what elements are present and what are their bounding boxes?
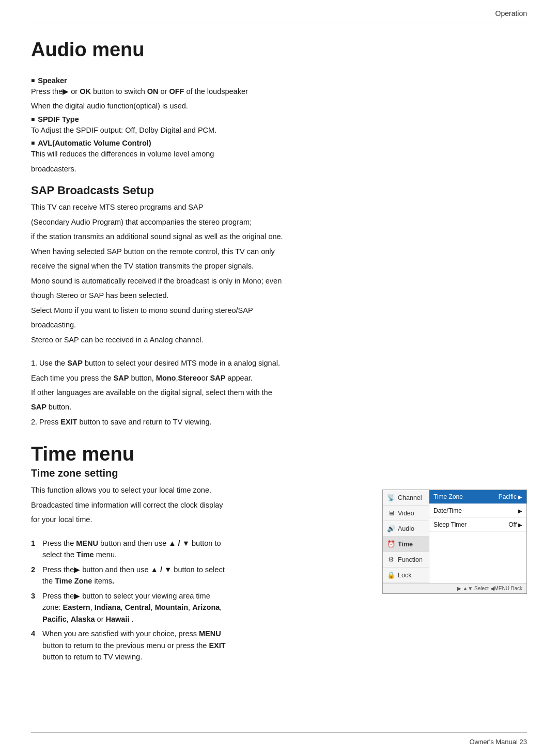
time-label: Time <box>398 541 413 548</box>
sap-step1d: SAP button. <box>31 401 527 413</box>
avl-text1: This will reduces the differences in vol… <box>31 148 527 160</box>
menu-row-sleep: Sleep Timer Off ▶ <box>429 518 526 532</box>
tz-step2: 2 Press the▶ button and then use ▲ / ▼ b… <box>31 564 367 587</box>
menu-item-channel: 📡 Channel <box>383 490 429 506</box>
tz-intro2: Broadcasted time information will correc… <box>31 499 367 511</box>
sap-p8: Select Mono if you want to listen to mon… <box>31 305 527 316</box>
sap-p10: Stereo or SAP can be received in a Analo… <box>31 334 527 345</box>
function-icon: ⚙ <box>387 556 395 563</box>
sleep-value: Off ▶ <box>508 521 522 528</box>
spdif-label: SPDIF Type <box>31 115 527 123</box>
lock-label: Lock <box>398 572 411 579</box>
timezone-value: Pacific ▶ <box>499 493 522 500</box>
menu-item-time: ⏰ Time <box>383 537 429 552</box>
menu-item-video: 🖥 Video <box>383 506 429 521</box>
sap-p2: (Secondary Audio Program) that accompani… <box>31 216 527 228</box>
step4-content: When you are satisfied with your choice,… <box>42 628 226 663</box>
sap-p7: though Stereo or SAP has been selected. <box>31 290 527 301</box>
tz-intro3: for your local time. <box>31 514 367 525</box>
step3-content: Press the▶ button to select your viewing… <box>42 590 222 625</box>
avl-label: AVL(Automatic Volume Control) <box>31 139 527 147</box>
channel-label: Channel <box>398 494 422 501</box>
datetime-arrow: ▶ <box>518 508 522 514</box>
sap-p9: broadcasting. <box>31 319 527 330</box>
menu-content: Time Zone Pacific ▶ Date/Time ▶ Sleep Ti… <box>429 490 526 583</box>
datetime-value: ▶ <box>518 508 522 514</box>
tz-step1: 1 Press the MENU button and then use ▲ /… <box>31 538 367 561</box>
step2-num: 2 <box>31 564 38 587</box>
sleep-label: Sleep Timer <box>433 521 467 528</box>
sap-p5: receive the signal when the TV station t… <box>31 260 527 272</box>
menu-row-datetime: Date/Time ▶ <box>429 504 526 518</box>
channel-icon: 📡 <box>387 494 395 501</box>
footer-right: Owner's Manual 23 <box>469 738 527 746</box>
time-zone-text: This function allows you to select your … <box>31 484 367 666</box>
spdif-text: To Adjust the SPDIF output: Off, Dolby D… <box>31 124 527 136</box>
timezone-arrow: ▶ <box>518 494 522 500</box>
time-zone-subtitle: Time zone setting <box>31 467 527 479</box>
datetime-label: Date/Time <box>433 507 462 514</box>
menu-sidebar: 📡 Channel 🖥 Video 🔊 Audio ⏰ Time <box>383 490 429 583</box>
speaker-text1: Press the▶ or OK button to switch ON or … <box>31 86 527 97</box>
step3-num: 3 <box>31 590 38 625</box>
header-bar: Operation <box>31 0 527 23</box>
audio-label: Audio <box>398 525 414 532</box>
section-title: Operation <box>495 9 527 18</box>
sap-title: SAP Broadcasts Setup <box>31 184 527 197</box>
menu-mockup: 📡 Channel 🖥 Video 🔊 Audio ⏰ Time <box>382 490 527 594</box>
sap-step2: 2. Press EXIT button to save and return … <box>31 416 527 428</box>
audio-menu-title: Audio menu <box>31 39 527 61</box>
menu-row-timezone: Time Zone Pacific ▶ <box>429 490 526 504</box>
sap-p3: if the station transmits an additional s… <box>31 231 527 242</box>
menu-inner: 📡 Channel 🖥 Video 🔊 Audio ⏰ Time <box>383 490 526 583</box>
menu-item-function: ⚙ Function <box>383 552 429 568</box>
menu-item-audio: 🔊 Audio <box>383 521 429 537</box>
sap-p6: Mono sound is automatically received if … <box>31 275 527 287</box>
sap-step1: 1. Use the SAP button to select your des… <box>31 357 527 369</box>
tz-step4: 4 When you are satisfied with your choic… <box>31 628 367 663</box>
tz-intro1: This function allows you to select your … <box>31 484 367 496</box>
timezone-label: Time Zone <box>433 493 463 500</box>
sap-step1c: If other languages are available on the … <box>31 387 527 398</box>
sap-p1: This TV can receive MTS stereo programs … <box>31 201 527 213</box>
sap-step1b: Each time you press the SAP button, Mono… <box>31 372 527 384</box>
time-menu-title: Time menu <box>31 443 527 465</box>
menu-item-lock: 🔒 Lock <box>383 568 429 583</box>
step4-num: 4 <box>31 628 38 663</box>
tz-step3: 3 Press the▶ button to select your viewi… <box>31 590 367 625</box>
avl-text2: broadcasters. <box>31 163 527 175</box>
step1-num: 1 <box>31 538 38 561</box>
sap-p4: When having selected SAP button on the r… <box>31 246 527 257</box>
step2-content: Press the▶ button and then use ▲ / ▼ but… <box>42 564 225 587</box>
video-icon: 🖥 <box>387 509 395 517</box>
time-zone-layout: This function allows you to select your … <box>31 484 527 666</box>
lock-icon: 🔒 <box>387 571 395 579</box>
menu-footer: ▶ ▲▼ Select ◀MENU Back <box>383 583 526 593</box>
sap-paragraphs: This TV can receive MTS stereo programs … <box>31 201 527 345</box>
speaker-text2: When the digital audio function(optical)… <box>31 100 527 112</box>
page-footer: Owner's Manual 23 <box>31 732 527 746</box>
time-icon: ⏰ <box>387 540 395 548</box>
speaker-label: Speaker <box>31 76 527 85</box>
sleep-arrow: ▶ <box>518 522 522 528</box>
audio-icon: 🔊 <box>387 525 395 532</box>
step1-content: Press the MENU button and then use ▲ / ▼… <box>42 538 221 561</box>
video-label: Video <box>398 510 414 517</box>
function-label: Function <box>398 556 423 563</box>
